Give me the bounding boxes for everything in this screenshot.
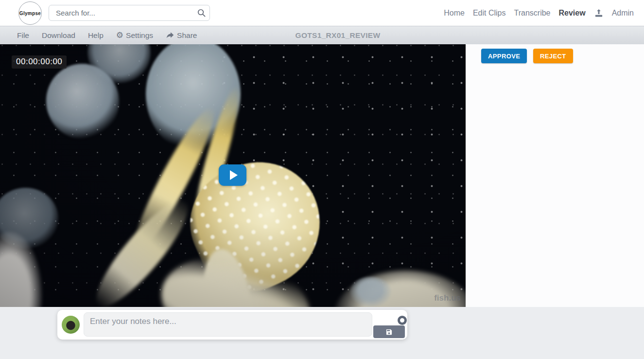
main-content: 00:00:00:00 fish.us APPROVE REJECT [0,44,644,307]
search-input[interactable] [49,9,193,17]
top-navbar: Glympse Home Edit Clips Transcribe Revie… [0,0,644,26]
player-toolbar: File Download Help ⚙ Settings Share GOTS… [0,26,644,44]
upload-icon[interactable] [594,8,604,18]
search-box [49,5,210,21]
nav-link-home[interactable]: Home [444,9,465,18]
clip-title: GOTS1_RX01_REVIEW [296,31,381,40]
nav-link-edit-clips[interactable]: Edit Clips [473,9,506,18]
save-icon [385,328,393,336]
nav-link-admin[interactable]: Admin [612,9,634,18]
share-icon [166,32,174,39]
nav-link-transcribe[interactable]: Transcribe [514,9,551,18]
app-logo[interactable]: Glympse [18,1,42,25]
gear-icon: ⚙ [116,31,123,39]
search-icon[interactable] [193,8,209,18]
menu-share[interactable]: Share [166,31,197,40]
menu-settings[interactable]: ⚙ Settings [116,31,153,40]
review-panel: APPROVE REJECT [466,44,644,307]
menu-file[interactable]: File [17,31,29,40]
save-note-button[interactable] [373,325,405,338]
play-button[interactable] [219,164,246,186]
menu-share-label: Share [177,31,197,40]
primary-nav: Home Edit Clips Transcribe Review Admin [444,0,634,26]
notes-input[interactable] [84,312,372,337]
reject-button[interactable]: REJECT [533,49,573,63]
user-avatar [62,316,80,334]
app-logo-text: Glympse [19,11,41,16]
notes-card [57,310,407,340]
menu-settings-label: Settings [126,31,153,40]
record-icon[interactable] [398,316,407,325]
nav-link-review[interactable]: Review [559,9,586,18]
notes-bar [0,307,644,359]
play-icon [230,170,238,180]
menu-help[interactable]: Help [88,31,104,40]
menu-download[interactable]: Download [42,31,75,40]
video-player[interactable]: 00:00:00:00 fish.us [0,44,466,307]
video-watermark: fish.us [434,293,461,303]
timecode-overlay: 00:00:00:00 [12,55,67,69]
approve-button[interactable]: APPROVE [481,49,527,63]
